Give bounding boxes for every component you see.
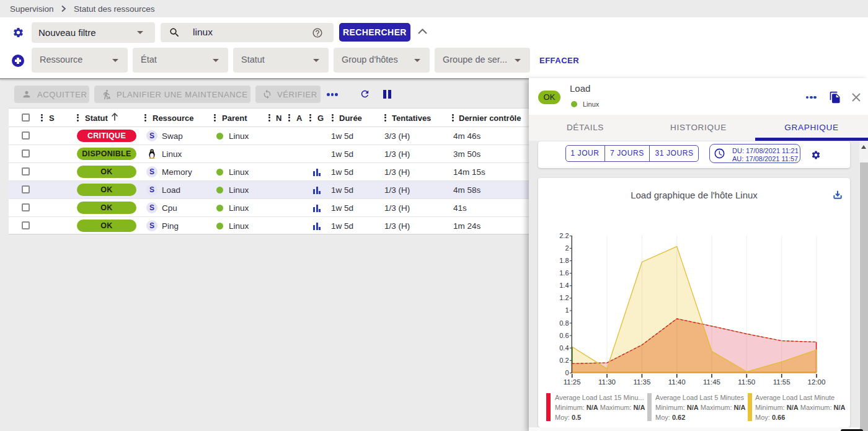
svg-text:0: 0 [565, 369, 569, 376]
svg-text:0.8: 0.8 [559, 319, 569, 327]
svg-text:11:55: 11:55 [773, 378, 790, 386]
svg-text:11:25: 11:25 [564, 378, 581, 386]
svg-text:1.2: 1.2 [559, 294, 569, 301]
svg-text:11:50: 11:50 [738, 378, 755, 386]
svg-text:1.6: 1.6 [559, 269, 569, 277]
svg-text:11:45: 11:45 [703, 378, 720, 386]
svg-text:2: 2 [565, 244, 569, 252]
svg-text:12:00: 12:00 [808, 378, 826, 386]
svg-text:1.4: 1.4 [559, 282, 569, 289]
svg-text:0.2: 0.2 [559, 357, 569, 364]
svg-text:1.8: 1.8 [559, 257, 569, 264]
svg-text:2.2: 2.2 [559, 232, 569, 239]
svg-text:11:30: 11:30 [598, 378, 616, 386]
svg-text:11:35: 11:35 [633, 378, 650, 386]
svg-text:0.6: 0.6 [559, 332, 569, 339]
svg-text:11:40: 11:40 [668, 378, 686, 386]
svg-text:0.4: 0.4 [559, 344, 569, 352]
svg-text:1: 1 [565, 306, 569, 314]
